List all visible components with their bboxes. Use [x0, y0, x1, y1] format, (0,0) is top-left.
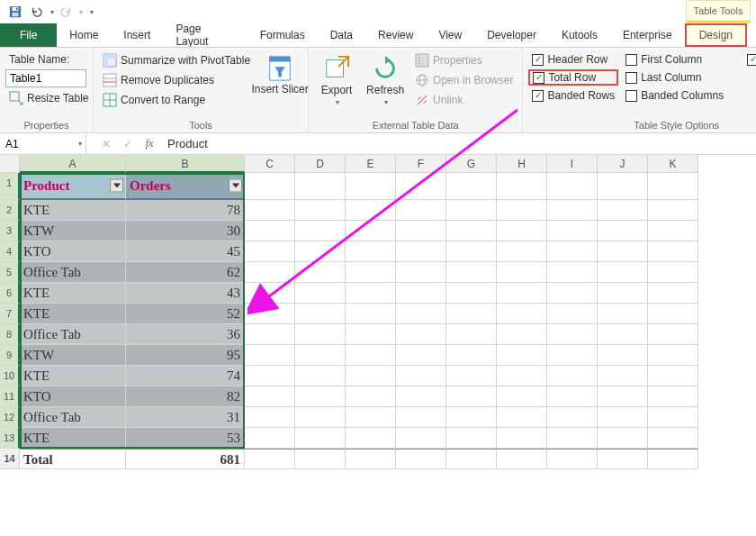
tab-formulas[interactable]: Formulas — [248, 23, 318, 47]
cell[interactable] — [346, 200, 396, 221]
cell[interactable] — [648, 386, 698, 407]
cell[interactable] — [396, 200, 446, 221]
cell[interactable] — [648, 200, 698, 221]
cell[interactable] — [497, 241, 547, 262]
cell[interactable]: 74 — [126, 366, 245, 386]
cell[interactable] — [396, 324, 446, 345]
cell[interactable] — [295, 345, 346, 366]
cell[interactable]: 43 — [126, 283, 245, 304]
row-header[interactable]: 14 — [0, 449, 20, 469]
cell[interactable] — [245, 345, 295, 366]
cell[interactable]: KTE — [20, 428, 126, 449]
cell[interactable] — [295, 200, 346, 221]
cell[interactable] — [245, 262, 295, 283]
cell[interactable] — [598, 428, 648, 449]
cell[interactable]: 78 — [126, 200, 245, 221]
col-header-I[interactable]: I — [547, 155, 598, 173]
cell[interactable] — [648, 283, 698, 304]
cell[interactable] — [598, 366, 648, 386]
cell[interactable] — [295, 304, 346, 324]
cell[interactable] — [396, 428, 446, 449]
cell[interactable] — [396, 262, 446, 283]
cell[interactable]: 681 — [126, 449, 245, 469]
cell[interactable]: 30 — [126, 221, 245, 241]
cell[interactable] — [598, 221, 648, 241]
refresh-button[interactable]: Refresh ▾ — [363, 51, 408, 118]
cell[interactable] — [547, 241, 598, 262]
redo-button[interactable] — [56, 2, 76, 22]
cell[interactable] — [648, 241, 698, 262]
filter-dropdown-button[interactable] — [229, 179, 242, 193]
cell[interactable] — [547, 345, 598, 366]
tab-kutools[interactable]: Kutools — [549, 23, 610, 47]
tab-developer[interactable]: Developer — [474, 23, 549, 47]
cell[interactable] — [547, 304, 598, 324]
properties-button[interactable]: Properties — [411, 51, 517, 69]
cell[interactable] — [245, 283, 295, 304]
name-box-input[interactable] — [5, 138, 68, 150]
cell[interactable] — [346, 304, 396, 324]
cell[interactable] — [497, 386, 547, 407]
cell[interactable] — [648, 173, 698, 200]
cell[interactable] — [346, 241, 396, 262]
cell[interactable]: 52 — [126, 304, 245, 324]
cell[interactable]: KTE — [20, 366, 126, 386]
filter-dropdown-button[interactable] — [110, 179, 123, 193]
cell[interactable] — [648, 407, 698, 428]
col-header-J[interactable]: J — [598, 155, 648, 173]
cell[interactable]: KTW — [20, 345, 126, 366]
tab-data[interactable]: Data — [318, 23, 365, 47]
cell[interactable] — [497, 262, 547, 283]
cell[interactable] — [446, 324, 497, 345]
cell[interactable] — [295, 262, 346, 283]
cell[interactable] — [446, 449, 497, 469]
cell[interactable] — [598, 449, 648, 469]
cell[interactable] — [396, 241, 446, 262]
cell[interactable] — [547, 428, 598, 449]
cell[interactable] — [245, 324, 295, 345]
cell[interactable] — [497, 221, 547, 241]
cell[interactable] — [598, 304, 648, 324]
cell[interactable] — [598, 262, 648, 283]
col-header-H[interactable]: H — [497, 155, 547, 173]
name-box[interactable]: ▾ — [0, 133, 86, 154]
row-header[interactable]: 3 — [0, 221, 20, 241]
cell[interactable] — [245, 173, 295, 200]
cell[interactable]: Office Tab — [20, 262, 126, 283]
cell[interactable] — [598, 241, 648, 262]
cell[interactable]: 53 — [126, 428, 245, 449]
cell[interactable]: KTE — [20, 304, 126, 324]
cell[interactable] — [346, 324, 396, 345]
cell[interactable] — [446, 241, 497, 262]
cell[interactable] — [497, 345, 547, 366]
col-header-D[interactable]: D — [295, 155, 346, 173]
cell[interactable] — [396, 304, 446, 324]
col-header-K[interactable]: K — [648, 155, 698, 173]
cell[interactable] — [295, 449, 346, 469]
insert-slicer-button[interactable]: Insert Slicer — [257, 51, 302, 118]
cell[interactable] — [446, 366, 497, 386]
cell[interactable] — [245, 428, 295, 449]
cell[interactable] — [346, 386, 396, 407]
cell[interactable] — [396, 449, 446, 469]
cell[interactable] — [295, 428, 346, 449]
cell[interactable] — [648, 304, 698, 324]
cell[interactable]: Product — [20, 173, 126, 200]
cell[interactable] — [598, 173, 648, 200]
col-header-A[interactable]: A — [20, 155, 126, 173]
row-header[interactable]: 11 — [0, 386, 20, 407]
cell[interactable] — [295, 241, 346, 262]
cell[interactable] — [396, 283, 446, 304]
header-row-checkbox[interactable]: Header Row — [528, 51, 618, 68]
fx-button[interactable]: fx — [139, 137, 160, 150]
cell[interactable] — [245, 407, 295, 428]
cell[interactable] — [648, 324, 698, 345]
cell[interactable] — [245, 386, 295, 407]
cell[interactable] — [446, 262, 497, 283]
row-header[interactable]: 4 — [0, 241, 20, 262]
cell[interactable] — [547, 283, 598, 304]
remove-duplicates-button[interactable]: Remove Duplicates — [99, 71, 254, 89]
unlink-button[interactable]: Unlink — [411, 91, 517, 109]
row-header[interactable]: 9 — [0, 345, 20, 366]
cell[interactable]: 45 — [126, 241, 245, 262]
